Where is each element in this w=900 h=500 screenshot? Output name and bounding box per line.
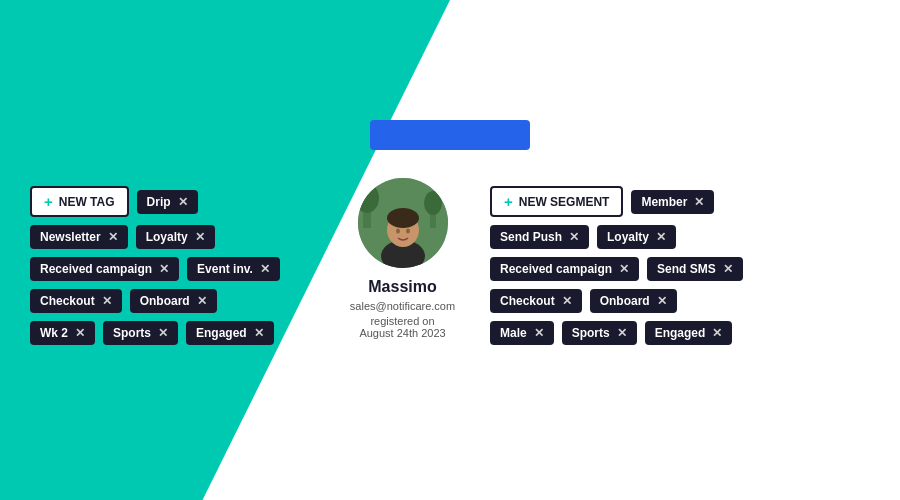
seg-chip-sports: Sports ✕	[562, 321, 637, 345]
remove-seg-onboard[interactable]: ✕	[657, 295, 667, 307]
remove-tag-checkout[interactable]: ✕	[102, 295, 112, 307]
profile-name: Massimo	[368, 278, 436, 296]
tag-label: Received campaign	[40, 262, 152, 276]
tag-chip-event-inv: Event inv. ✕	[187, 257, 280, 281]
profile-email: sales@notificare.com	[350, 300, 455, 312]
tag-chip-wk2: Wk 2 ✕	[30, 321, 95, 345]
seg-label: Onboard	[600, 294, 650, 308]
tag-chip-engaged: Engaged ✕	[186, 321, 274, 345]
remove-tag-engaged[interactable]: ✕	[254, 327, 264, 339]
remove-seg-checkout[interactable]: ✕	[562, 295, 572, 307]
seg-chip-checkout: Checkout ✕	[490, 289, 582, 313]
seg-label: Male	[500, 326, 527, 340]
seg-chip-send-push: Send Push ✕	[490, 225, 589, 249]
remove-seg-member[interactable]: ✕	[694, 196, 704, 208]
seg-chip-loyalty: Loyalty ✕	[597, 225, 676, 249]
seg-chip-male: Male ✕	[490, 321, 554, 345]
seg-row-3: Received campaign ✕ Send SMS ✕	[490, 257, 810, 281]
remove-seg-engaged[interactable]: ✕	[712, 327, 722, 339]
seg-label: Checkout	[500, 294, 555, 308]
tag-label: Event inv.	[197, 262, 253, 276]
seg-label: Engaged	[655, 326, 706, 340]
profile-registered: registered on	[370, 315, 434, 327]
tags-row-2: Newsletter ✕ Loyalty ✕	[30, 225, 315, 249]
profile-reg-date: August 24th 2023	[359, 327, 445, 339]
tags-row-3: Received campaign ✕ Event inv. ✕	[30, 257, 315, 281]
new-tag-button[interactable]: + NEW TAG	[30, 186, 129, 217]
remove-seg-sports[interactable]: ✕	[617, 327, 627, 339]
avatar	[358, 178, 448, 268]
tag-chip-onboard: Onboard ✕	[130, 289, 217, 313]
seg-chip-onboard: Onboard ✕	[590, 289, 677, 313]
seg-label: Sports	[572, 326, 610, 340]
blue-bar	[370, 120, 530, 150]
remove-tag-onboard[interactable]: ✕	[197, 295, 207, 307]
tag-chip-loyalty: Loyalty ✕	[136, 225, 215, 249]
tag-chip-drip: Drip ✕	[137, 190, 198, 214]
remove-tag-received-campaign[interactable]: ✕	[159, 263, 169, 275]
remove-tag-wk2[interactable]: ✕	[75, 327, 85, 339]
tag-chip-received-campaign: Received campaign ✕	[30, 257, 179, 281]
tag-label: Sports	[113, 326, 151, 340]
seg-chip-send-sms: Send SMS ✕	[647, 257, 743, 281]
remove-tag-sports[interactable]: ✕	[158, 327, 168, 339]
tag-chip-checkout: Checkout ✕	[30, 289, 122, 313]
seg-row-2: Send Push ✕ Loyalty ✕	[490, 225, 810, 249]
svg-point-9	[424, 191, 442, 215]
seg-row-4: Checkout ✕ Onboard ✕	[490, 289, 810, 313]
seg-label: Loyalty	[607, 230, 649, 244]
remove-tag-newsletter[interactable]: ✕	[108, 231, 118, 243]
tags-row-1: + NEW TAG Drip ✕	[30, 186, 315, 217]
seg-label: Member	[641, 195, 687, 209]
seg-label: Received campaign	[500, 262, 612, 276]
tags-panel: + NEW TAG Drip ✕ Newsletter ✕ Loyalty ✕	[30, 178, 315, 345]
tag-label: Onboard	[140, 294, 190, 308]
plus-icon: +	[44, 193, 53, 210]
tag-label: Loyalty	[146, 230, 188, 244]
plus-icon: +	[504, 193, 513, 210]
new-segment-button[interactable]: + NEW SEGMENT	[490, 186, 623, 217]
new-tag-label: NEW TAG	[59, 195, 115, 209]
tag-label: Newsletter	[40, 230, 101, 244]
tags-row-4: Checkout ✕ Onboard ✕	[30, 289, 315, 313]
tag-label: Engaged	[196, 326, 247, 340]
seg-label: Send Push	[500, 230, 562, 244]
svg-point-4	[396, 229, 400, 234]
profile-card: Massimo sales@notificare.com registered …	[315, 178, 490, 339]
remove-tag-event-inv[interactable]: ✕	[260, 263, 270, 275]
tag-label: Drip	[147, 195, 171, 209]
tag-chip-newsletter: Newsletter ✕	[30, 225, 128, 249]
remove-tag-loyalty[interactable]: ✕	[195, 231, 205, 243]
seg-chip-member: Member ✕	[631, 190, 714, 214]
segments-panel: + NEW SEGMENT Member ✕ Send Push ✕ Loyal…	[490, 178, 810, 345]
remove-seg-send-sms[interactable]: ✕	[723, 263, 733, 275]
tag-label: Wk 2	[40, 326, 68, 340]
seg-chip-received-campaign: Received campaign ✕	[490, 257, 639, 281]
new-segment-label: NEW SEGMENT	[519, 195, 610, 209]
seg-chip-engaged: Engaged ✕	[645, 321, 733, 345]
remove-seg-received-campaign[interactable]: ✕	[619, 263, 629, 275]
remove-tag-drip[interactable]: ✕	[178, 196, 188, 208]
tags-row-5: Wk 2 ✕ Sports ✕ Engaged ✕	[30, 321, 315, 345]
seg-label: Send SMS	[657, 262, 716, 276]
tag-chip-sports: Sports ✕	[103, 321, 178, 345]
content-row: + NEW TAG Drip ✕ Newsletter ✕ Loyalty ✕	[30, 178, 870, 345]
remove-seg-loyalty[interactable]: ✕	[656, 231, 666, 243]
remove-seg-male[interactable]: ✕	[534, 327, 544, 339]
main-container: + NEW TAG Drip ✕ Newsletter ✕ Loyalty ✕	[0, 0, 900, 500]
svg-point-5	[406, 229, 410, 234]
remove-seg-send-push[interactable]: ✕	[569, 231, 579, 243]
tag-label: Checkout	[40, 294, 95, 308]
seg-row-5: Male ✕ Sports ✕ Engaged ✕	[490, 321, 810, 345]
svg-point-3	[387, 208, 419, 228]
seg-row-1: + NEW SEGMENT Member ✕	[490, 186, 810, 217]
